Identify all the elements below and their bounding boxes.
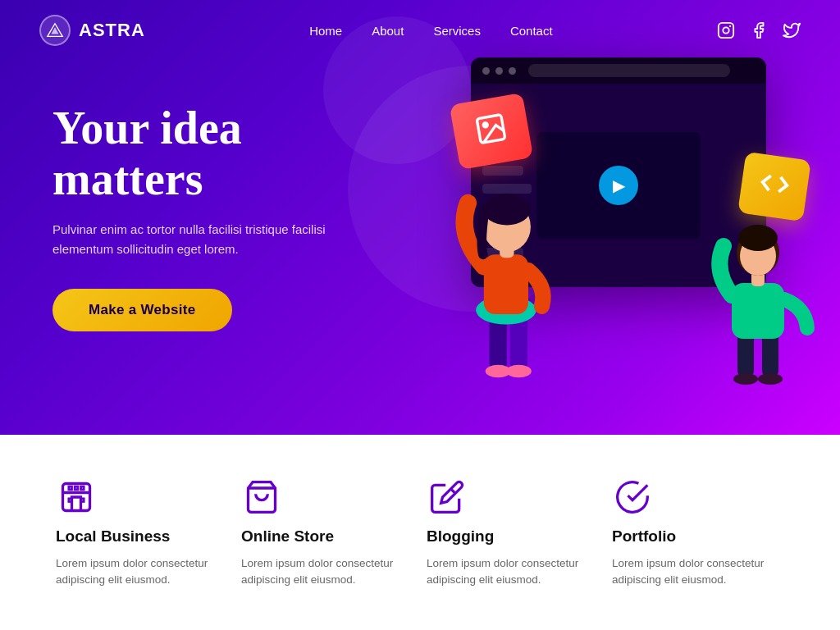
- svg-rect-17: [762, 332, 778, 377]
- code-icon: [757, 167, 792, 207]
- feature-blogging: Blogging Lorem ipsum dolor consectetur a…: [427, 477, 599, 589]
- svg-rect-28: [81, 486, 84, 490]
- svg-rect-16: [737, 332, 754, 377]
- man-character: [709, 205, 815, 386]
- svg-rect-20: [732, 283, 784, 339]
- feature-local-business-title: Local Business: [56, 527, 228, 546]
- svg-rect-2: [719, 23, 733, 38]
- svg-rect-27: [75, 486, 78, 490]
- building-icon: [56, 477, 97, 518]
- nav: Home About Services Contact: [309, 24, 552, 38]
- browser-dot-3: [509, 67, 516, 75]
- feature-blogging-desc: Lorem ipsum dolor consectetur adipiscing…: [427, 555, 599, 589]
- svg-point-6: [483, 122, 488, 127]
- hero-subtitle: Pulvinar enim ac tortor nulla facilisi t…: [52, 220, 348, 259]
- svg-point-19: [758, 373, 783, 385]
- svg-point-10: [506, 365, 532, 377]
- svg-point-18: [733, 373, 758, 385]
- edit-icon: [427, 477, 468, 518]
- woman-character: [438, 139, 569, 386]
- nav-home[interactable]: Home: [309, 24, 342, 38]
- feature-online-store-desc: Lorem ipsum dolor consectetur adipiscing…: [241, 555, 413, 589]
- instagram-icon[interactable]: [717, 21, 735, 39]
- header: ASTRA Home About Services Contact: [0, 0, 840, 61]
- hero-illustration: ▶: [422, 49, 815, 394]
- social-icons: [717, 21, 801, 39]
- logo[interactable]: ASTRA: [39, 15, 145, 46]
- hero-content: Your idea matters Pulvinar enim ac torto…: [0, 103, 394, 331]
- feature-local-business: Local Business Lorem ipsum dolor consect…: [56, 477, 228, 589]
- feature-online-store: Online Store Lorem ipsum dolor consectet…: [241, 477, 413, 589]
- nav-contact[interactable]: Contact: [510, 24, 553, 38]
- feature-local-business-desc: Lorem ipsum dolor consectetur adipiscing…: [56, 555, 228, 589]
- feature-portfolio-title: Portfolio: [612, 527, 784, 546]
- bag-icon: [241, 477, 282, 518]
- nav-services[interactable]: Services: [433, 24, 481, 38]
- logo-text: ASTRA: [79, 20, 145, 41]
- check-circle-icon: [612, 477, 653, 518]
- svg-point-4: [729, 25, 731, 27]
- nav-about[interactable]: About: [372, 24, 404, 38]
- svg-rect-29: [69, 499, 72, 502]
- browser-dot-2: [495, 67, 503, 75]
- svg-point-15: [483, 194, 531, 226]
- browser-dot-1: [482, 67, 490, 75]
- svg-rect-30: [81, 499, 84, 502]
- browser-url-bar: [528, 64, 730, 77]
- logo-icon: [39, 15, 71, 46]
- svg-rect-26: [69, 486, 72, 490]
- browser-bar: [471, 57, 766, 84]
- feature-portfolio: Portfolio Lorem ipsum dolor consectetur …: [612, 477, 784, 589]
- hero-title: Your idea matters: [52, 103, 394, 204]
- hero-section: ASTRA Home About Services Contact: [0, 0, 840, 435]
- feature-online-store-title: Online Store: [241, 527, 413, 546]
- svg-point-24: [738, 225, 778, 251]
- feature-portfolio-desc: Lorem ipsum dolor consectetur adipiscing…: [612, 555, 784, 589]
- cta-button[interactable]: Make a Website: [52, 289, 232, 331]
- facebook-icon[interactable]: [750, 21, 768, 39]
- svg-point-3: [723, 27, 728, 33]
- features-section: Local Business Lorem ipsum dolor consect…: [0, 435, 840, 630]
- twitter-icon[interactable]: [783, 21, 801, 39]
- feature-blogging-title: Blogging: [427, 527, 599, 546]
- play-button[interactable]: ▶: [599, 166, 638, 205]
